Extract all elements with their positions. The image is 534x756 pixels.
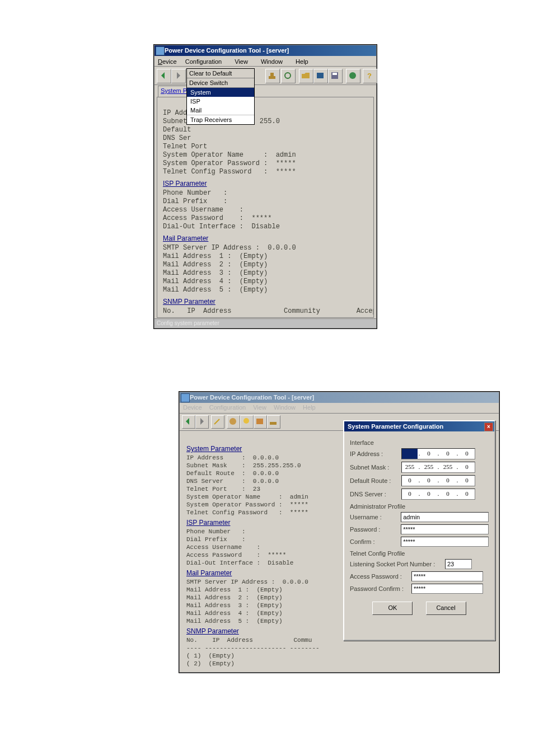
mail-smtp: SMTP Server IP Address : 0.0.0.0 [163,244,296,252]
isp-phone: Phone Number : [163,189,227,197]
cancel-button[interactable]: Cancel [426,602,466,615]
sys-ip: IP Address : 0.0.0.0 [186,454,279,461]
palette-icon[interactable] [227,415,240,429]
window-icon[interactable] [254,415,267,429]
svg-point-4 [285,73,291,78]
left-text-pane: System ParameterIP Address : 0.0.0.0 Sub… [182,431,345,670]
svg-marker-11 [186,418,189,425]
nav-back-button[interactable] [182,415,195,429]
nav-fwd-button[interactable] [171,69,186,83]
isp2-phone: Phone Number : [186,528,246,535]
system-param-dialog: System Parameter Configuration × Interfa… [343,420,495,641]
lbl-access-pw: Access Password : [350,573,411,580]
menu-device-2[interactable]: Device [182,403,207,411]
ok-button[interactable]: OK [372,602,413,615]
lbl-default: Default [163,126,191,134]
lbl-username: Username : [350,514,401,520]
device-icon[interactable] [313,69,328,83]
isp2-dial: Dial-Out Interface : Disable [186,560,293,566]
menu-help[interactable]: Help [293,56,317,65]
lbl-default-route: Default Route : [350,477,401,484]
ip-oct4[interactable]: 0 [459,449,475,459]
dd-header-2[interactable]: Device Switch [187,78,254,88]
bulb-icon[interactable] [240,415,254,429]
dns-input[interactable]: 0. 0. 0. 0 [401,489,475,500]
globe-icon[interactable] [346,69,360,83]
svg-point-9 [349,72,356,79]
menu-device[interactable]: DDeviceevice [157,57,181,65]
dd-item-mail[interactable]: Mail [187,106,254,115]
menu-configuration[interactable]: Configuration [183,56,231,65]
open-icon[interactable] [299,69,313,83]
menu-window[interactable]: Window [259,56,292,65]
mail-3: Mail Address 3 : (Empty) [163,269,268,277]
username-input[interactable]: admin [401,512,489,522]
menubar[interactable]: DDeviceevice Configuration View Window H… [154,56,376,67]
connect-icon[interactable] [267,415,280,429]
dd-item-isp[interactable]: ISP [187,97,254,106]
nav-back-button[interactable] [157,69,171,83]
ip-oct1[interactable] [402,449,418,459]
port-input[interactable]: 23 [445,559,472,569]
default-route-input[interactable]: 0. 0. 0. 0 [401,475,475,486]
svg-rect-3 [270,73,274,76]
nav-fwd-button[interactable] [195,415,209,429]
svg-rect-17 [270,422,277,425]
app-icon [156,46,165,55]
dd-item-trap[interactable]: Trap Receivers [187,115,254,124]
titlebar[interactable]: Power Device Configuration Tool - [serve… [154,45,376,56]
dd-header-1[interactable]: Clear to Default [187,69,254,78]
isp2-user: Access Username : [186,544,260,551]
access-pw-input[interactable]: ***** [411,571,483,581]
menu-config-2[interactable]: Configuration [208,403,250,411]
sys-on: System Operator Name : admin [186,494,308,500]
password-input[interactable]: ***** [401,524,489,534]
lbl-dns: DNS Server : [350,491,401,497]
ip-address-input[interactable]: . 0. 0. 0 [401,448,475,459]
ip-oct3[interactable]: 0 [440,449,456,459]
mail-5: Mail Address 5 : (Empty) [163,286,268,294]
menu-help-2[interactable]: Help [302,403,320,411]
text-panel: IP Addr Subnet 255.0 Default DNS Ser Tel… [157,97,374,318]
lbl-subnet: Subnet Mask : [350,464,401,471]
sys-tp: Telnet Port : 23 [186,486,260,492]
help-icon[interactable]: ? [363,69,377,83]
menu-view-2[interactable]: View [252,403,271,411]
app-icon [181,393,190,402]
title-text: Power Device Configuration Tool - [serve… [165,47,289,54]
access-pw-confirm-input[interactable]: ***** [411,584,483,594]
save-icon[interactable] [328,69,343,83]
mail2-4: Mail Address 4 : (Empty) [186,610,283,617]
snmp2-r2: ( 2) (Empty) [186,660,235,667]
wand-icon[interactable] [211,415,224,429]
titlebar-2: Power Device Configuration Tool - [serve… [180,392,499,403]
connect-icon[interactable] [265,69,280,83]
svg-line-13 [214,419,219,424]
menu-view[interactable]: View [232,56,257,65]
menu-window-2[interactable]: Window [273,403,300,411]
dd-item-system[interactable]: System [187,88,254,97]
sys-heading: System Parameter [186,445,341,453]
lbl-telpass: Telnet Config Password : ***** [163,168,296,176]
confirm-input[interactable]: ***** [401,537,489,547]
title-text-2: Power Device Configuration Tool - [serve… [190,394,314,401]
dialog-title[interactable]: System Parameter Configuration × [344,421,494,431]
svg-rect-2 [269,76,275,79]
close-icon[interactable]: × [484,422,493,431]
isp-dial: Dial-Out Interface : Disable [163,223,280,231]
subnet-input[interactable]: 255. 255. 255. 0 [401,462,475,473]
lbl-port: Listening Socket Port Number : [350,561,445,567]
section-telnet: Telnet Config Profile [350,550,489,557]
svg-point-14 [229,418,236,425]
lbl-dns: DNS Ser [163,134,191,142]
ip-oct2[interactable]: 0 [421,449,437,459]
lbl-ip-address: IP Address : [350,450,401,457]
sys-dr: Default Route : 0.0.0.0 [186,470,279,477]
refresh-icon[interactable] [281,69,296,83]
mail2-3: Mail Address 3 : (Empty) [186,602,283,609]
config-dropdown[interactable]: Clear to Default Device Switch System IS… [186,68,255,125]
window-1: Power Device Configuration Tool - [serve… [154,45,377,328]
lbl-password: Password : [350,526,401,533]
svg-marker-1 [177,72,180,79]
lbl-confirm: Confirm : [350,538,401,545]
